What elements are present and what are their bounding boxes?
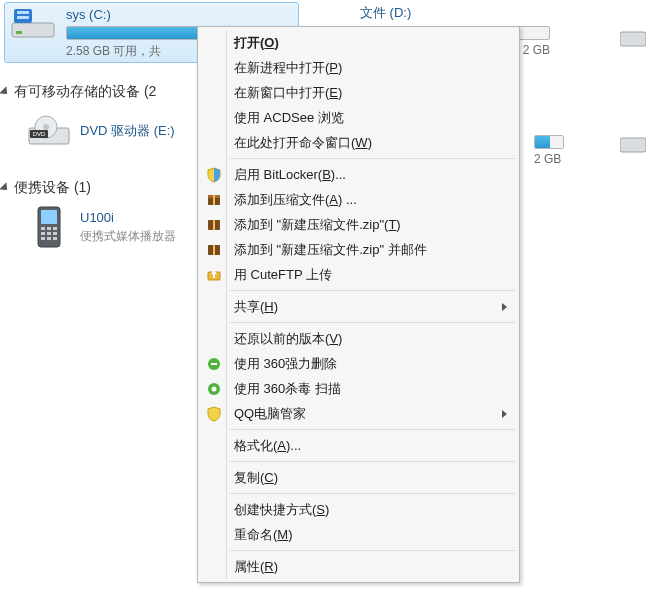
device-phone-label: U100i <box>80 210 176 225</box>
hdd-icon-partial-2 <box>620 130 646 154</box>
menu-bitlocker[interactable]: 启用 BitLocker(B)... <box>200 162 517 187</box>
menu-restore-previous[interactable]: 还原以前的版本(V) <box>200 326 517 351</box>
360-scan-icon <box>205 380 223 398</box>
ftp-icon <box>205 266 223 284</box>
menu-share[interactable]: 共享(H) <box>200 294 517 319</box>
svg-rect-32 <box>211 363 217 365</box>
archive-icon <box>205 216 223 234</box>
svg-rect-15 <box>47 227 51 230</box>
drive-f-capacity-bar <box>534 135 564 149</box>
menu-add-to-zip[interactable]: 添加到 "新建压缩文件.zip"(T) <box>200 212 517 237</box>
drive-c-label: sys (C:) <box>66 7 295 22</box>
menu-separator <box>230 493 515 494</box>
menu-open-new-window[interactable]: 在新窗口中打开(E) <box>200 80 517 105</box>
svg-text:DVD: DVD <box>33 131 46 137</box>
menu-separator <box>230 429 515 430</box>
menu-separator <box>230 322 515 323</box>
svg-rect-14 <box>41 227 45 230</box>
svg-rect-3 <box>17 11 29 14</box>
menu-360-force-delete[interactable]: 使用 360强力删除 <box>200 351 517 376</box>
menu-copy[interactable]: 复制(C) <box>200 465 517 490</box>
svg-rect-22 <box>53 237 57 240</box>
drive-f[interactable]: 2 GB <box>534 135 564 166</box>
menu-format[interactable]: 格式化(A)... <box>200 433 517 458</box>
qq-guard-icon <box>205 405 223 423</box>
drive-f-fill <box>535 136 550 148</box>
context-menu: 打开(O) 在新进程中打开(P) 在新窗口中打开(E) 使用 ACDSee 浏览… <box>197 26 520 583</box>
svg-rect-16 <box>53 227 57 230</box>
svg-rect-27 <box>213 220 215 230</box>
phone-icon <box>28 207 70 247</box>
svg-point-34 <box>212 386 217 391</box>
svg-rect-4 <box>17 16 29 19</box>
menu-separator <box>230 290 515 291</box>
section-portable-label: 便携设备 (1) <box>14 179 91 197</box>
drive-f-stat-tail: 2 GB <box>534 152 564 166</box>
menu-rename[interactable]: 重命名(M) <box>200 522 517 547</box>
drive-d-label: 文件 (D:) <box>360 4 640 22</box>
section-removable-label: 有可移动存储的设备 (2 <box>14 83 156 101</box>
svg-rect-21 <box>47 237 51 240</box>
menu-qq-guard[interactable]: QQ电脑管家 <box>200 401 517 426</box>
svg-rect-13 <box>41 210 57 224</box>
svg-rect-6 <box>620 138 646 152</box>
menu-add-to-archive[interactable]: 添加到压缩文件(A) ... <box>200 187 517 212</box>
menu-acdsee[interactable]: 使用 ACDSee 浏览 <box>200 105 517 130</box>
menu-open[interactable]: 打开(O) <box>200 30 517 55</box>
archive-mail-icon <box>205 241 223 259</box>
disclosure-triangle-icon <box>0 182 11 193</box>
svg-rect-29 <box>213 245 215 255</box>
svg-rect-20 <box>41 237 45 240</box>
menu-360-antivirus-scan[interactable]: 使用 360杀毒 扫描 <box>200 376 517 401</box>
menu-properties[interactable]: 属性(R) <box>200 554 517 579</box>
menu-open-cmd-here[interactable]: 在此处打开命令窗口(W) <box>200 130 517 155</box>
disclosure-triangle-icon <box>0 86 11 97</box>
menu-open-new-process[interactable]: 在新进程中打开(P) <box>200 55 517 80</box>
svg-rect-25 <box>213 195 215 205</box>
menu-separator <box>230 158 515 159</box>
menu-create-shortcut[interactable]: 创建快捷方式(S) <box>200 497 517 522</box>
svg-point-9 <box>43 124 49 130</box>
menu-separator <box>230 461 515 462</box>
device-phone-sub: 便携式媒体播放器 <box>80 228 176 245</box>
menu-add-to-zip-and-mail[interactable]: 添加到 "新建压缩文件.zip" 并邮件 <box>200 237 517 262</box>
submenu-arrow-icon <box>502 303 507 311</box>
360-delete-icon <box>205 355 223 373</box>
hdd-icon <box>8 5 58 43</box>
svg-rect-18 <box>47 232 51 235</box>
device-dvd-label: DVD 驱动器 (E:) <box>80 122 175 140</box>
svg-rect-1 <box>16 31 22 34</box>
svg-rect-5 <box>620 32 646 46</box>
shield-icon <box>205 166 223 184</box>
archive-icon <box>205 191 223 209</box>
hdd-icon-partial <box>620 24 646 48</box>
menu-cuteftp-upload[interactable]: 用 CuteFTP 上传 <box>200 262 517 287</box>
svg-rect-19 <box>53 232 57 235</box>
svg-rect-0 <box>12 23 54 37</box>
svg-rect-17 <box>41 232 45 235</box>
submenu-arrow-icon <box>502 410 507 418</box>
menu-separator <box>230 550 515 551</box>
dvd-drive-icon: DVD <box>28 111 70 151</box>
